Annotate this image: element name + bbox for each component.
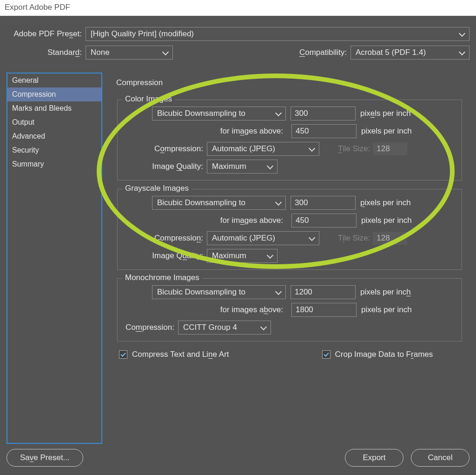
gray-ppi-input[interactable] bbox=[291, 196, 356, 210]
ppi-unit: pixels per inch bbox=[357, 216, 412, 225]
color-quality-value: Maximum bbox=[212, 162, 246, 171]
gray-above-label: for images above: bbox=[124, 216, 287, 225]
body-area: General Compression Marks and Bleeds Out… bbox=[7, 73, 469, 444]
chevron-down-icon bbox=[162, 49, 169, 56]
chevron-down-icon bbox=[275, 289, 282, 295]
standard-value: None bbox=[91, 48, 110, 57]
sidebar-item-general[interactable]: General bbox=[7, 74, 101, 87]
grayscale-images-legend: Grayscale Images bbox=[122, 184, 192, 193]
gray-quality-dropdown[interactable]: Maximum bbox=[207, 249, 278, 263]
color-above-label: for images above: bbox=[124, 127, 287, 136]
chevron-down-icon bbox=[275, 200, 282, 206]
mono-above-ppi-input[interactable] bbox=[291, 303, 357, 317]
compress-text-label: Compress Text and Line Art bbox=[132, 350, 229, 359]
dialog-footer: Save Preset... Export Cancel bbox=[7, 449, 469, 467]
gray-quality-value: Maximum bbox=[212, 251, 246, 261]
gray-tilesize-label: Tile Size: bbox=[319, 234, 373, 243]
compress-text-checkbox[interactable]: Compress Text and Line Art bbox=[119, 350, 229, 359]
color-images-legend: Color Images bbox=[122, 94, 175, 104]
standard-label: Standard: bbox=[7, 48, 86, 57]
chevron-down-icon bbox=[260, 324, 267, 331]
color-above-ppi-input[interactable] bbox=[291, 124, 357, 138]
mono-downsample-dropdown[interactable]: Bicubic Downsampling to bbox=[152, 285, 286, 299]
preset-label: Adobe PDF Preset: bbox=[7, 29, 86, 39]
standard-compat-row: Standard: None Compatibility: Acrobat 5 … bbox=[7, 46, 469, 60]
color-compression-value: Automatic (JPEG) bbox=[212, 144, 275, 154]
preset-row: Adobe PDF Preset: [High Quality Print] (… bbox=[7, 27, 469, 41]
chevron-down-icon bbox=[267, 163, 273, 170]
crop-image-label: Crop Image Data to Frames bbox=[335, 350, 433, 359]
checkbox-icon bbox=[322, 350, 331, 359]
color-tilesize-label: Tile Size: bbox=[319, 144, 373, 154]
gray-tilesize-value: 128 bbox=[373, 232, 407, 245]
sidebar-item-output[interactable]: Output bbox=[7, 115, 101, 129]
color-compression-label: Compression: bbox=[124, 144, 207, 154]
ppi-unit: pixels per inch bbox=[357, 127, 412, 136]
dialog-content: Adobe PDF Preset: [High Quality Print] (… bbox=[0, 16, 476, 451]
ppi-unit: pixels per inch bbox=[356, 288, 411, 297]
mono-compression-value: CCITT Group 4 bbox=[183, 323, 237, 332]
chevron-down-icon bbox=[459, 31, 465, 37]
mono-compression-dropdown[interactable]: CCITT Group 4 bbox=[178, 321, 271, 335]
gray-compression-value: Automatic (JPEG) bbox=[212, 234, 275, 243]
window-titlebar: Export Adobe PDF bbox=[0, 0, 476, 16]
sidebar-item-security[interactable]: Security bbox=[7, 143, 101, 157]
chevron-down-icon bbox=[275, 110, 282, 117]
compatibility-dropdown[interactable]: Acrobat 5 (PDF 1.4) bbox=[350, 46, 469, 60]
compatibility-label: Compatibility: bbox=[299, 48, 350, 57]
color-downsample-value: Bicubic Downsampling to bbox=[157, 109, 245, 118]
category-sidebar: General Compression Marks and Bleeds Out… bbox=[7, 73, 102, 444]
compatibility-value: Acrobat 5 (PDF 1.4) bbox=[356, 48, 426, 57]
main-panel: Compression Color Images Bicubic Downsam… bbox=[114, 73, 469, 444]
window-title: Export Adobe PDF bbox=[5, 3, 70, 12]
panel-title: Compression bbox=[116, 78, 469, 87]
color-quality-dropdown[interactable]: Maximum bbox=[207, 160, 278, 174]
crop-image-checkbox[interactable]: Crop Image Data to Frames bbox=[322, 350, 433, 359]
monochrome-images-legend: Monochrome Images bbox=[122, 273, 202, 282]
color-quality-label: Image Quality: bbox=[124, 162, 207, 171]
mono-compression-label: Compression: bbox=[124, 323, 178, 332]
chevron-down-icon bbox=[459, 49, 465, 56]
gray-above-ppi-input[interactable] bbox=[291, 214, 357, 227]
bottom-checks: Compress Text and Line Art Crop Image Da… bbox=[119, 350, 469, 359]
checkbox-icon bbox=[119, 350, 127, 359]
color-images-group: Color Images Bicubic Downsampling to pix… bbox=[117, 100, 462, 181]
cancel-button[interactable]: Cancel bbox=[411, 449, 469, 467]
monochrome-images-group: Monochrome Images Bicubic Downsampling t… bbox=[117, 278, 462, 341]
chevron-down-icon bbox=[309, 146, 315, 152]
sidebar-item-compression[interactable]: Compression bbox=[7, 87, 101, 101]
gray-downsample-dropdown[interactable]: Bicubic Downsampling to bbox=[152, 196, 286, 210]
mono-ppi-input[interactable] bbox=[291, 285, 356, 299]
mono-downsample-value: Bicubic Downsampling to bbox=[157, 288, 245, 297]
color-ppi-unit: pixels per inch bbox=[356, 109, 411, 118]
mono-above-label: for images above: bbox=[124, 305, 287, 314]
color-compression-dropdown[interactable]: Automatic (JPEG) bbox=[207, 142, 319, 156]
color-ppi-input[interactable] bbox=[291, 107, 356, 120]
standard-dropdown[interactable]: None bbox=[86, 46, 173, 60]
ppi-unit: pixels per inch bbox=[357, 305, 412, 314]
gray-compression-label: Compression: bbox=[124, 234, 207, 243]
gray-compression-dropdown[interactable]: Automatic (JPEG) bbox=[207, 231, 319, 245]
chevron-down-icon bbox=[309, 235, 315, 241]
gray-quality-label: Image Quality: bbox=[124, 251, 207, 261]
chevron-down-icon bbox=[267, 253, 273, 259]
color-downsample-dropdown[interactable]: Bicubic Downsampling to bbox=[152, 107, 286, 120]
save-preset-button[interactable]: Save Preset... bbox=[7, 449, 83, 467]
preset-value: [High Quality Print] (modified) bbox=[91, 29, 194, 39]
grayscale-images-group: Grayscale Images Bicubic Downsampling to… bbox=[117, 189, 462, 270]
sidebar-item-marks-bleeds[interactable]: Marks and Bleeds bbox=[7, 101, 101, 115]
sidebar-item-advanced[interactable]: Advanced bbox=[7, 129, 101, 143]
gray-downsample-value: Bicubic Downsampling to bbox=[157, 198, 245, 207]
ppi-unit: pixels per inch bbox=[356, 198, 411, 207]
color-tilesize-value: 128 bbox=[373, 142, 407, 155]
preset-dropdown[interactable]: [High Quality Print] (modified) bbox=[86, 27, 469, 41]
export-button[interactable]: Export bbox=[345, 449, 403, 467]
sidebar-item-summary[interactable]: Summary bbox=[7, 157, 101, 171]
